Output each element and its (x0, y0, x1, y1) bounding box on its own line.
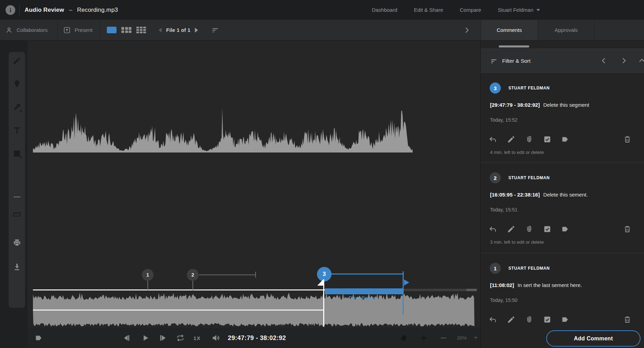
timeline-scroll-thumb[interactable] (466, 289, 477, 291)
play-icon[interactable] (141, 333, 150, 342)
line-tool-icon[interactable] (12, 192, 22, 201)
marker-2-range-end-tick[interactable] (255, 272, 256, 278)
playhead[interactable] (323, 279, 324, 327)
collapse-panel-icon[interactable] (463, 26, 471, 34)
delete-icon[interactable] (623, 225, 632, 233)
tag-icon[interactable] (561, 225, 569, 233)
comment-actions (481, 225, 644, 233)
tool-sidebar (0, 41, 28, 348)
range-label: Clear Range (349, 295, 376, 301)
timeline-progress-line (33, 289, 325, 290)
edit-icon[interactable] (507, 225, 515, 233)
comment-text: In sert the last sement here. (517, 282, 582, 288)
collapse-filter-icon[interactable] (638, 56, 644, 65)
nav-dashboard[interactable]: Dashboard (372, 7, 397, 13)
tab-approvals[interactable]: Approvals (538, 20, 594, 40)
resolve-checkbox-icon[interactable] (543, 315, 551, 324)
attachment-icon[interactable] (525, 315, 533, 324)
filter-icon[interactable] (490, 57, 498, 65)
comment-timestamp-range[interactable]: [29:47:79 - 38:02:92] (490, 102, 540, 108)
zoom-level[interactable]: 20% (457, 335, 467, 341)
person-icon (5, 26, 13, 34)
comment-card[interactable]: 1 STUART FELDMAN [11:08:02]In sert the l… (481, 253, 644, 342)
present-button[interactable]: Present (58, 20, 100, 40)
comment-body: [16:05:95 - 22:38:16]Delete this sement. (490, 192, 588, 198)
edit-countdown-note: 3 min. left to edit or delete (490, 240, 544, 245)
comment-timestamp-range[interactable]: [11:08:02] (490, 282, 514, 288)
user-menu[interactable]: Stuart Feldman (498, 7, 540, 13)
comment-number-badge[interactable]: 1 (490, 263, 501, 274)
attachment-icon[interactable] (525, 135, 533, 143)
loop-icon[interactable] (176, 333, 185, 342)
info-icon[interactable] (6, 5, 15, 15)
zoom-caret-icon[interactable] (474, 337, 478, 339)
label-tool-icon[interactable] (35, 334, 43, 342)
present-label: Present (75, 27, 93, 33)
toolbar-main: File 1 of 1 (100, 20, 481, 40)
collaborators-button[interactable]: Collaborators (0, 20, 58, 40)
timeline-marker-1[interactable]: 1 (142, 269, 154, 281)
edit-icon[interactable] (507, 315, 515, 324)
view-grid-icon[interactable] (121, 27, 131, 33)
hand-tool-icon[interactable] (400, 333, 409, 342)
delete-icon[interactable] (623, 315, 632, 324)
file-counter: File 1 of 1 (166, 27, 190, 33)
comment-card[interactable]: 2 STUART FELDMAN [16:05:95 - 22:38:16]De… (481, 162, 644, 252)
print-icon[interactable] (12, 238, 22, 247)
pin-tool-icon[interactable] (12, 79, 22, 88)
playback-speed-button[interactable]: 1X (194, 335, 200, 341)
resolve-checkbox-icon[interactable] (543, 225, 551, 233)
step-forward-icon[interactable] (159, 333, 168, 342)
tag-icon[interactable] (561, 315, 569, 324)
comment-actions (481, 135, 644, 143)
nav-compare[interactable]: Compare (460, 7, 481, 13)
range-end-handle[interactable] (403, 271, 404, 315)
marker-2-range-line (199, 275, 255, 275)
comment-body: [11:08:02]In sert the last sement here. (490, 282, 582, 288)
download-icon[interactable] (12, 262, 22, 271)
zoom-out-icon[interactable] (439, 333, 448, 342)
marker-number: 3 (323, 271, 326, 277)
comment-author: STUART FELDMAN (508, 86, 550, 90)
reply-icon[interactable] (489, 225, 497, 233)
file-name: Recording.mp3 (77, 7, 118, 14)
nav-edit-share[interactable]: Edit & Share (414, 7, 443, 13)
comment-card[interactable]: 3 STUART FELDMAN [29:47:79 - 38:02:92]De… (481, 73, 644, 162)
comment-number-badge[interactable]: 3 (490, 82, 501, 94)
comment-date: Today, 15:50 (490, 297, 517, 303)
delete-icon[interactable] (623, 135, 632, 143)
sort-filter-icon[interactable] (211, 26, 219, 34)
attachment-icon[interactable] (525, 225, 533, 233)
view-dense-grid-icon[interactable] (136, 27, 146, 33)
prev-comment-icon[interactable] (600, 56, 608, 65)
comment-timestamp-range[interactable]: [16:05:95 - 22:38:16] (490, 192, 540, 198)
edit-icon[interactable] (507, 135, 515, 143)
next-comment-icon[interactable] (620, 56, 628, 65)
add-comment-button[interactable]: Add Comment (546, 330, 641, 347)
comments-panel: Filter & Sort 3 STUART FELDMAN [29:47:79… (480, 41, 644, 348)
filter-sort-bar: Filter & Sort (481, 49, 644, 73)
reply-icon[interactable] (489, 135, 497, 143)
timeline-scroll-track[interactable] (404, 289, 477, 291)
comment-body: [29:47:79 - 38:02:92]Delete this segment (490, 102, 589, 108)
comment-author: STUART FELDMAN (508, 175, 550, 180)
selected-range-bar[interactable] (325, 288, 403, 294)
zoom-in-icon[interactable] (420, 333, 428, 342)
step-back-icon[interactable] (122, 333, 131, 342)
reply-icon[interactable] (489, 315, 497, 324)
comment-number-badge[interactable]: 2 (490, 172, 501, 183)
edit-countdown-note: 4 min. left to edit or delete (490, 150, 544, 155)
ruler-tool-icon[interactable] (12, 210, 22, 219)
timeline-marker-2[interactable]: 2 (187, 269, 199, 281)
marker-number: 2 (191, 272, 194, 278)
text-tool-icon[interactable] (12, 126, 22, 135)
next-file-icon[interactable] (195, 28, 198, 33)
volume-icon[interactable] (212, 333, 221, 342)
tab-comments[interactable]: Comments (481, 20, 538, 40)
tag-icon[interactable] (561, 135, 569, 143)
prev-file-icon[interactable] (158, 28, 162, 33)
pencil-tool-icon[interactable] (12, 56, 22, 65)
timeline-played-line (33, 310, 324, 311)
resolve-checkbox-icon[interactable] (543, 135, 551, 143)
view-single-button[interactable] (107, 27, 117, 33)
